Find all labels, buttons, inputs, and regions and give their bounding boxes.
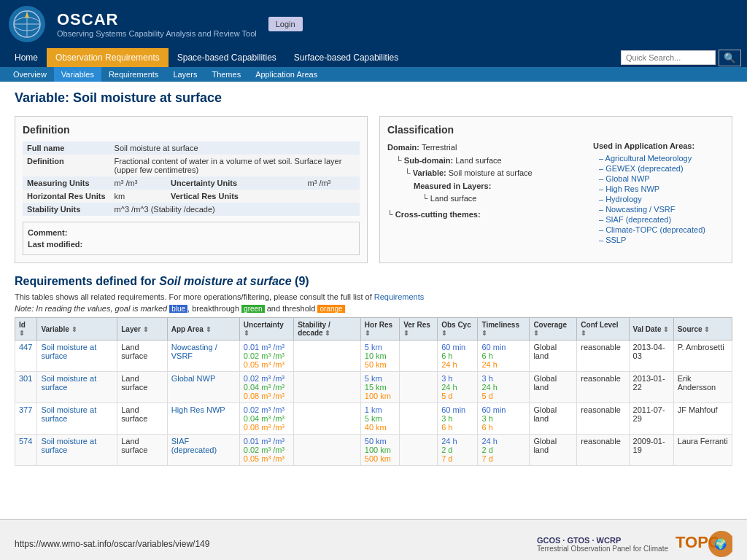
cell-stability bbox=[294, 372, 361, 403]
nav-home[interactable]: Home bbox=[6, 48, 47, 67]
cell-obscyc: 60 min3 h6 h bbox=[438, 403, 478, 435]
cell-id: 301 bbox=[15, 372, 37, 403]
apparea-link[interactable]: High Res NWP bbox=[171, 405, 225, 414]
variable-link[interactable]: Soil moisture at surface bbox=[41, 437, 96, 454]
area-link-0[interactable]: – Agricultural Meteorology bbox=[593, 153, 724, 163]
cell-stability bbox=[294, 403, 361, 435]
domain-value: Terrestrial bbox=[422, 143, 457, 152]
field-value: m³ /m³ bbox=[110, 176, 166, 190]
field-value: Fractional content of water in a volume … bbox=[110, 155, 360, 176]
variable-link[interactable]: Soil moisture at surface bbox=[41, 405, 96, 423]
nav-surface-capabilities[interactable]: Surface-based Capabilities bbox=[285, 48, 407, 67]
login-button[interactable]: Login bbox=[268, 17, 303, 31]
cell-valdate: 2013-01-22 bbox=[629, 372, 673, 403]
area-link-5[interactable]: – Nowcasting / VSRF bbox=[593, 204, 724, 214]
id-link[interactable]: 574 bbox=[19, 437, 32, 446]
cell-apparea: Nowcasting / VSRF bbox=[167, 341, 239, 372]
field-value: Soil moisture at surface bbox=[110, 141, 360, 155]
cell-verres bbox=[400, 435, 438, 466]
col-stability[interactable]: Stability / decade ⇕ bbox=[294, 318, 361, 341]
col-horres[interactable]: Hor Res ⇕ bbox=[360, 318, 399, 341]
area-link-4[interactable]: – Hydrology bbox=[593, 194, 724, 204]
quick-search-area: 🔍 bbox=[621, 50, 741, 66]
area-link-8[interactable]: – SSLP bbox=[593, 235, 724, 245]
area-link-3[interactable]: – High Res NWP bbox=[593, 184, 724, 194]
comment-label: Comment: bbox=[28, 228, 93, 237]
subnav-overview[interactable]: Overview bbox=[6, 67, 54, 82]
cell-verres bbox=[400, 372, 438, 403]
col-coverage[interactable]: Coverage ⇕ bbox=[530, 318, 577, 341]
field-label: Stability Units bbox=[23, 203, 110, 216]
area-link-1[interactable]: – GEWEX (deprecated) bbox=[593, 163, 724, 174]
cell-horres: 5 km10 km50 km bbox=[360, 341, 399, 372]
field-label: Measuring Units bbox=[23, 176, 110, 190]
col-layer[interactable]: Layer ⇕ bbox=[117, 318, 168, 341]
cell-uncertainty: 0.01 m³ /m³0.02 m³ /m³0.05 m³ /m³ bbox=[239, 435, 293, 466]
cell-timeliness: 3 h24 h5 d bbox=[478, 372, 530, 403]
subnav-variables[interactable]: Variables bbox=[54, 67, 101, 82]
req-note: This tables shows all related requiremen… bbox=[15, 292, 732, 301]
apparea-link[interactable]: Global NWP bbox=[171, 374, 216, 383]
cell-id: 447 bbox=[15, 341, 37, 372]
cell-conflevel: reasonable bbox=[577, 435, 629, 466]
col-timeliness[interactable]: Timeliness ⇕ bbox=[478, 318, 530, 341]
col-apparea[interactable]: App Area ⇕ bbox=[167, 318, 239, 341]
id-link[interactable]: 447 bbox=[19, 343, 32, 351]
col-variable[interactable]: Variable ⇕ bbox=[37, 318, 117, 341]
area-link-6[interactable]: – SIAF (deprecated) bbox=[593, 214, 724, 225]
col-source[interactable]: Source ⇕ bbox=[673, 318, 732, 341]
table-row: 574 Soil moisture at surface Land surfac… bbox=[15, 435, 732, 466]
cell-horres: 1 km5 km40 km bbox=[360, 403, 399, 435]
col-uncertainty[interactable]: Uncertainty ⇕ bbox=[239, 318, 293, 341]
cell-valdate: 2009-01-19 bbox=[629, 435, 673, 466]
cell-conflevel: reasonable bbox=[577, 403, 629, 435]
requirements-table: Id ⇕ Variable ⇕ Layer ⇕ App Area ⇕ Uncer… bbox=[15, 317, 732, 466]
col-conflevel[interactable]: Conf Level ⇕ bbox=[577, 318, 629, 341]
tree-measured-value: └ Land surface bbox=[387, 192, 578, 206]
req-key: Note: In reading the values, goal is mar… bbox=[15, 304, 732, 313]
variable-link[interactable]: Soil moisture at surface bbox=[41, 374, 96, 392]
cell-verres bbox=[400, 403, 438, 435]
field-value: km bbox=[110, 190, 166, 203]
col-obscyc[interactable]: Obs Cyc ⇕ bbox=[438, 318, 478, 341]
table-row: Definition Fractional content of water i… bbox=[23, 155, 360, 176]
cell-horres: 50 km100 km500 km bbox=[360, 435, 399, 466]
apparea-link[interactable]: Nowcasting / VSRF bbox=[171, 343, 217, 360]
col-verres[interactable]: Ver Res ⇕ bbox=[400, 318, 438, 341]
subnav-layers[interactable]: Layers bbox=[166, 67, 204, 82]
cell-source: Laura Ferranti bbox=[673, 435, 732, 466]
id-link[interactable]: 301 bbox=[19, 374, 32, 383]
last-modified-row: Last modified: bbox=[28, 238, 355, 250]
comment-row: Comment: bbox=[28, 227, 355, 238]
cell-coverage: Global land bbox=[530, 403, 577, 435]
app-title-block: OSCAR Observing Systems Capability Analy… bbox=[57, 10, 257, 38]
id-link[interactable]: 377 bbox=[19, 405, 32, 414]
area-link-7[interactable]: – Climate-TOPC (deprecated) bbox=[593, 225, 724, 235]
nav-bar: Home Observation Requirements Space-base… bbox=[0, 48, 747, 67]
footer-url: https://www.wmo-sat.info/oscar/variables… bbox=[15, 539, 209, 549]
area-link-2[interactable]: – Global NWP bbox=[593, 174, 724, 184]
cell-id: 377 bbox=[15, 403, 37, 435]
cell-timeliness: 60 min6 h24 h bbox=[478, 341, 530, 372]
cell-horres: 5 km15 km100 km bbox=[360, 372, 399, 403]
footer-logo-text: GCOS · GTOS · WCRP Terrestrial Observati… bbox=[537, 536, 668, 553]
variable-link[interactable]: Soil moisture at surface bbox=[41, 343, 96, 360]
search-button[interactable]: 🔍 bbox=[719, 50, 741, 66]
subnav-themes[interactable]: Themes bbox=[204, 67, 248, 82]
subnav-application-areas[interactable]: Application Areas bbox=[248, 67, 325, 82]
nav-observation-requirements[interactable]: Observation Requirements bbox=[47, 48, 169, 67]
definition-table: Full name Soil moisture at surface Defin… bbox=[23, 141, 360, 216]
col-valdate[interactable]: Val Date ⇕ bbox=[629, 318, 673, 341]
nav-space-capabilities[interactable]: Space-based Capabilities bbox=[169, 48, 285, 67]
apparea-link[interactable]: SIAF (deprecated) bbox=[171, 437, 217, 454]
cell-uncertainty: 0.02 m³ /m³0.04 m³ /m³0.08 m³ /m³ bbox=[239, 403, 293, 435]
req-title-variable: Soil moisture at surface bbox=[159, 275, 291, 287]
cell-apparea: High Res NWP bbox=[167, 403, 239, 435]
cell-conflevel: reasonable bbox=[577, 341, 629, 372]
definition-panel: Definition Full name Soil moisture at su… bbox=[15, 116, 368, 263]
subnav-requirements[interactable]: Requirements bbox=[101, 67, 166, 82]
col-id[interactable]: Id ⇕ bbox=[15, 318, 37, 341]
field-value bbox=[303, 190, 360, 203]
requirements-link[interactable]: Requirements bbox=[374, 292, 424, 301]
quick-search-input[interactable] bbox=[621, 50, 716, 65]
